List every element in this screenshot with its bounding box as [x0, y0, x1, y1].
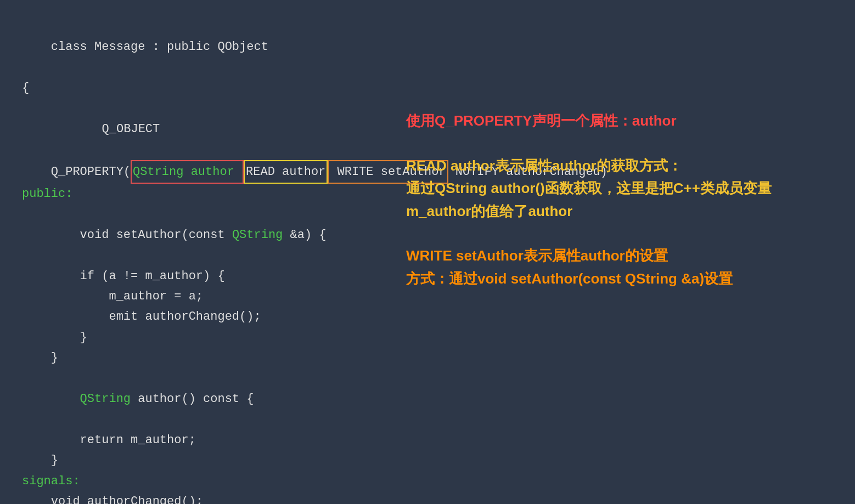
code-line-16: void authorChanged(); — [22, 491, 351, 504]
qstring-green-2: QString — [51, 392, 131, 406]
keyword-class: class — [51, 40, 94, 54]
explanation-read: READ author表示属性author的获取方式： 通过QString au… — [406, 155, 833, 223]
qstring-green: QString — [232, 228, 283, 242]
void-keyword: void setAuthor(const — [51, 228, 232, 242]
explanation-panel: 使用Q_PROPERTY声明一个属性：author READ author表示属… — [373, 0, 855, 504]
read-title: READ author表示属性author的获取方式： — [406, 155, 833, 178]
code-line-10: } — [22, 327, 351, 348]
code-line-3: Q_OBJECT — [22, 99, 351, 160]
write-title: WRITE setAuthor表示属性author的设置 — [406, 245, 833, 268]
q-property-prefix: Q_PROPERTY( — [22, 162, 131, 182]
author-func: author() const { — [131, 392, 254, 406]
code-line-6: void setAuthor(const QString &a) { — [22, 205, 351, 266]
code-line-12: QString author() const { — [22, 369, 351, 430]
code-line-13: return m_author; — [22, 430, 351, 450]
explanation-write: WRITE setAuthor表示属性author的设置 方式：通过void s… — [406, 245, 833, 290]
code-line-7: if (a != m_author) { — [22, 266, 351, 286]
code-line-9: emit authorChanged(); — [22, 307, 351, 327]
explanation-declare: 使用Q_PROPERTY声明一个属性：author — [406, 110, 833, 133]
read-author-highlighted: READ author — [244, 160, 328, 184]
write-body: 方式：通过void setAuthor(const QString &a)设置 — [406, 268, 833, 291]
code-line-8: m_author = a; — [22, 286, 351, 307]
read-body: 通过QString author()函数获取，这里是把C++类成员变量m_aut… — [406, 177, 833, 223]
param-suffix: &a) { — [283, 228, 326, 242]
code-line-5: public: — [22, 184, 351, 204]
code-line-2: { — [22, 78, 351, 98]
code-panel: class Message : public QObject { Q_OBJEC… — [0, 0, 373, 504]
class-name: Message : public QObject — [94, 40, 268, 54]
q-object: Q_OBJECT — [73, 122, 160, 136]
code-line-1: class Message : public QObject — [22, 16, 351, 78]
code-line-14: } — [22, 450, 351, 471]
code-line-4: Q_PROPERTY(QString author READ author WR… — [22, 160, 351, 184]
qstring-type-highlighted: QString author — [131, 160, 244, 184]
code-line-15: signals: — [22, 471, 351, 491]
code-line-11: } — [22, 348, 351, 368]
